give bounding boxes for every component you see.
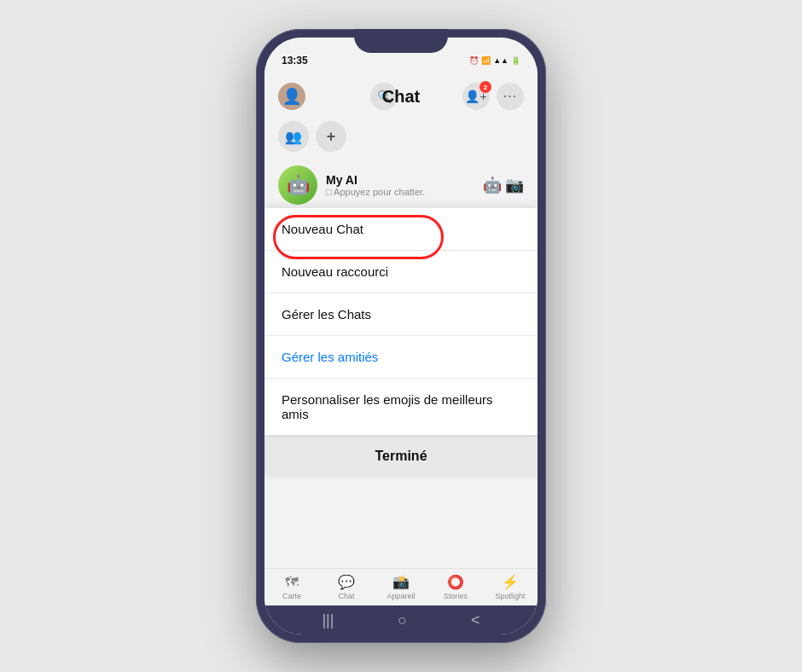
- notch: [354, 29, 448, 53]
- phone-frame: 13:35 ⏰ 📶 ▲▲ 🔋 👤 🔍 Chat: [256, 29, 546, 643]
- menu-item-gerer-chats[interactable]: Gérer les Chats: [264, 293, 538, 336]
- app-content: 👤 🔍 Chat 👤+ 2 ···: [264, 75, 538, 605]
- context-menu-overlay: Nouveau Chat Nouveau raccourci Gérer les…: [264, 75, 538, 605]
- menu-item-gerer-amities[interactable]: Gérer les amitiés: [264, 336, 538, 379]
- termine-button[interactable]: Terminé: [264, 436, 538, 476]
- menu-item-nouveau-raccourci[interactable]: Nouveau raccourci: [264, 251, 538, 293]
- context-menu: Nouveau Chat Nouveau raccourci Gérer les…: [264, 208, 538, 476]
- menu-item-nouveau-chat[interactable]: Nouveau Chat: [264, 208, 538, 251]
- phone-screen: 13:35 ⏰ 📶 ▲▲ 🔋 👤 🔍 Chat: [264, 38, 538, 634]
- menu-item-personnaliser[interactable]: Personnaliser les emojis de meilleurs am…: [264, 379, 538, 436]
